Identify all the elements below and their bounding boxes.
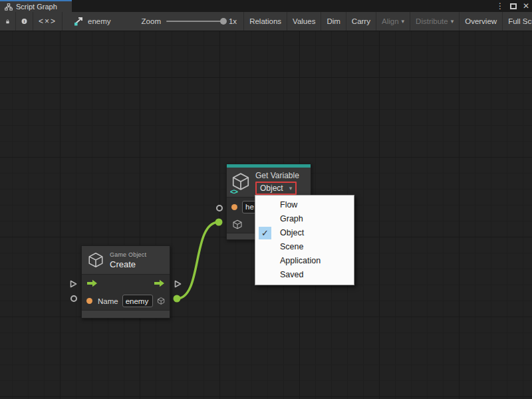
- align-button[interactable]: Align ▾: [376, 12, 410, 31]
- chevron-down-icon: ▾: [451, 18, 454, 25]
- node-category: Game Object: [110, 251, 146, 258]
- flow-in-arrow-icon[interactable]: [86, 279, 98, 287]
- check-icon: ✓: [259, 227, 271, 239]
- distribute-button[interactable]: Distribute ▾: [410, 12, 460, 31]
- menu-item-flow[interactable]: Flow: [255, 198, 354, 212]
- svg-text:i: i: [24, 19, 25, 23]
- tab-title: Script Graph: [16, 3, 57, 11]
- variable-cube-icon: <>: [231, 171, 252, 195]
- flow-out-arrow-icon[interactable]: [154, 279, 165, 287]
- variable-scope-dropdown[interactable]: Object ▾: [255, 182, 297, 195]
- dim-button[interactable]: Dim: [321, 12, 346, 31]
- gameobject-cube-icon: [87, 251, 104, 269]
- scope-context-menu: Flow Graph ✓ Object Scene Application Sa…: [255, 195, 354, 285]
- tab-script-graph[interactable]: Script Graph: [0, 0, 72, 12]
- wire-source-port[interactable]: [174, 295, 181, 303]
- gameobject-cube-icon: [157, 295, 165, 307]
- breadcrumb-label: enemy: [88, 17, 111, 25]
- menu-item-graph[interactable]: Graph: [255, 212, 354, 226]
- values-button[interactable]: Values: [287, 12, 321, 31]
- menu-item-saved[interactable]: Saved: [255, 268, 354, 282]
- flow-output-port[interactable]: [174, 279, 182, 289]
- full-screen-button[interactable]: Full Screen: [503, 12, 532, 31]
- code-icon: <×>: [39, 17, 57, 26]
- string-port-icon[interactable]: [231, 204, 237, 210]
- wire-target-port[interactable]: [215, 219, 223, 226]
- graph-toolbar: i <×> enemy Zoom 1x Relations Values Dim: [0, 12, 532, 31]
- graph-breadcrumb-icon: [73, 17, 84, 26]
- name-input[interactable]: [122, 295, 153, 307]
- carry-button[interactable]: Carry: [346, 12, 376, 31]
- breadcrumb[interactable]: enemy: [66, 12, 118, 31]
- code-view-button[interactable]: <×>: [33, 12, 63, 31]
- create-node[interactable]: Game Object Create Name: [81, 245, 170, 319]
- flow-row: [82, 275, 170, 292]
- overview-button[interactable]: Overview: [460, 12, 503, 31]
- relations-button[interactable]: Relations: [244, 12, 287, 31]
- zoom-value: 1x: [229, 17, 237, 25]
- code-angle-icon: <>: [230, 188, 237, 196]
- menu-item-object[interactable]: ✓ Object: [255, 226, 354, 240]
- info-icon: i: [21, 17, 27, 26]
- node-title: Create: [110, 259, 146, 269]
- lock-button[interactable]: [0, 12, 16, 31]
- flow-input-port[interactable]: [69, 279, 78, 289]
- param-label: Name: [98, 297, 118, 305]
- graph-tab-icon: [5, 3, 13, 11]
- zoom-control: Zoom 1x: [135, 12, 245, 31]
- toolbar-actions: Relations Values Dim Carry Align ▾ Distr…: [244, 12, 532, 31]
- name-param-row: Name: [82, 292, 170, 310]
- name-value-port[interactable]: [70, 295, 77, 302]
- name-input-port[interactable]: [216, 205, 223, 211]
- chevron-down-icon: ▾: [289, 185, 293, 192]
- create-body: Name: [82, 274, 170, 310]
- get-variable-header: <> Get Variable Object ▾: [227, 168, 311, 197]
- menu-item-scene[interactable]: Scene: [255, 240, 354, 254]
- zoom-slider[interactable]: [166, 21, 223, 22]
- title-bar: Script Graph ⋮ ✕: [0, 0, 532, 12]
- create-footer: [82, 310, 170, 318]
- window-menu-icon[interactable]: ⋮: [496, 0, 504, 12]
- maximize-icon[interactable]: [510, 3, 517, 9]
- create-header: Game Object Create: [82, 246, 170, 274]
- menu-item-application[interactable]: Application: [255, 254, 354, 268]
- node-title: Get Variable: [255, 171, 299, 180]
- gameobject-cube-icon: [232, 219, 243, 230]
- zoom-slider-handle[interactable]: [220, 18, 227, 25]
- graph-canvas[interactable]: <> Get Variable Object ▾: [0, 31, 532, 399]
- chevron-down-icon: ▾: [402, 18, 405, 25]
- info-button[interactable]: i: [16, 12, 33, 31]
- script-graph-window: Script Graph ⋮ ✕ i <×>: [0, 0, 532, 399]
- close-icon[interactable]: ✕: [523, 0, 529, 12]
- lock-icon: [5, 17, 10, 26]
- string-port-icon[interactable]: [86, 298, 92, 304]
- zoom-label: Zoom: [142, 17, 161, 25]
